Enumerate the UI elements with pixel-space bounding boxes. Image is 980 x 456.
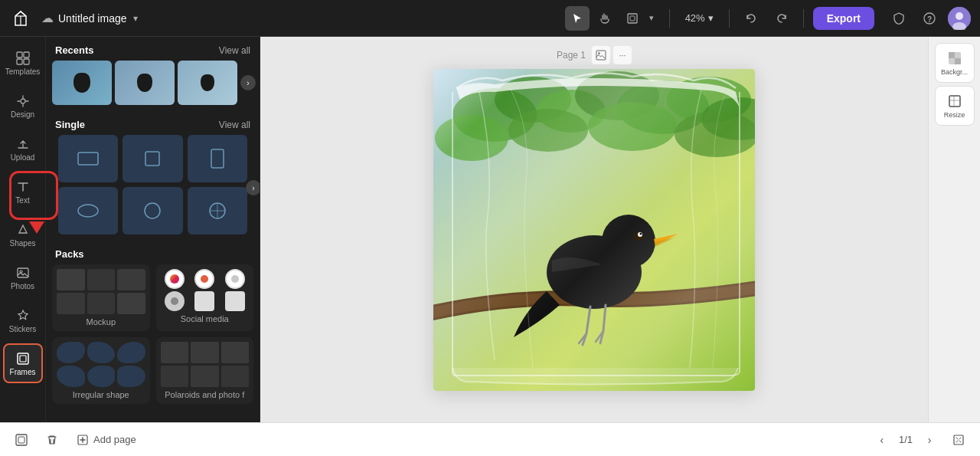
export-button[interactable]: Export — [813, 7, 874, 30]
single-view-all[interactable]: View all — [219, 120, 250, 130]
expand-button[interactable] — [946, 428, 971, 452]
recent-thumb-3[interactable] — [178, 61, 237, 105]
social-media-pack-name: Social media — [161, 314, 250, 323]
svg-rect-49 — [949, 96, 960, 107]
sidebar-label-shapes: Shapes — [10, 239, 36, 248]
redo-button[interactable] — [769, 6, 794, 31]
right-panel: Backgr... Resize — [928, 37, 980, 422]
page-count: 1/1 — [899, 434, 913, 445]
svg-point-15 — [20, 271, 22, 273]
mockup-pack[interactable]: Mockup — [52, 264, 150, 331]
page-actions: ··· — [592, 46, 632, 64]
recents-view-all[interactable]: View all — [219, 45, 250, 56]
logo-icon[interactable] — [9, 7, 32, 30]
polaroids-pack[interactable]: Polaroids and photo f — [156, 337, 254, 404]
recent-thumb-1[interactable] — [52, 61, 112, 105]
sidebar-label-design: Design — [11, 110, 34, 119]
divider — [669, 9, 670, 28]
single-frame-6[interactable] — [188, 187, 247, 235]
bottom-packs-row: Irregular shape Polaroids and photo f — [46, 337, 260, 410]
page-nav: ‹ 1/1 › — [871, 429, 940, 451]
irregular-shape-pack[interactable]: Irregular shape — [52, 337, 150, 404]
svg-point-7 — [956, 12, 963, 20]
svg-rect-51 — [18, 437, 24, 443]
document-title[interactable]: Untitled image — [58, 12, 127, 25]
sidebar-item-photos[interactable]: Photos — [3, 258, 43, 297]
divider2 — [729, 9, 730, 28]
zoom-chevron-icon: ▾ — [708, 12, 714, 24]
svg-rect-9 — [17, 52, 22, 57]
single-title: Single — [55, 119, 85, 130]
topbar-right: ? — [887, 6, 971, 31]
recents-header: Recents View all — [46, 37, 260, 61]
add-page-button[interactable]: Add page — [70, 431, 142, 449]
single-frame-1[interactable] — [58, 135, 118, 182]
sidebar-item-text[interactable]: Text — [3, 172, 43, 212]
next-page-button[interactable]: › — [919, 429, 940, 451]
single-frame-2[interactable] — [122, 135, 182, 182]
svg-rect-19 — [145, 152, 159, 166]
single-frame-5[interactable] — [122, 187, 182, 235]
sidebar-item-stickers[interactable]: Stickers — [3, 300, 43, 340]
svg-rect-50 — [16, 435, 27, 445]
canvas-frame[interactable] — [433, 69, 755, 391]
zoom-button[interactable]: 42% ▾ — [679, 9, 720, 27]
frame-thumbnail-button[interactable] — [9, 428, 34, 452]
svg-rect-53 — [954, 435, 963, 445]
svg-rect-45 — [433, 69, 755, 391]
packs-header: Packs — [46, 241, 260, 264]
shield-button[interactable] — [887, 6, 911, 31]
add-page-label: Add page — [93, 434, 136, 445]
help-button[interactable]: ? — [917, 6, 942, 31]
sidebar-label-stickers: Stickers — [9, 325, 37, 333]
divider3 — [803, 9, 804, 28]
frame-tool-chevron-icon[interactable]: ▾ — [649, 13, 654, 23]
sidebar-label-templates: Templates — [5, 67, 41, 76]
zoom-value: 42% — [685, 12, 705, 24]
page-more-button[interactable]: ··· — [613, 46, 632, 64]
single-frame-4[interactable] — [58, 187, 118, 235]
svg-rect-2 — [628, 14, 637, 23]
sidebar-item-upload[interactable]: Upload — [3, 129, 43, 169]
packs-title: Packs — [55, 248, 84, 260]
svg-rect-11 — [17, 59, 22, 64]
single-frame-3[interactable] — [188, 135, 247, 182]
sidebar-item-frames[interactable]: Frames — [3, 343, 43, 383]
panels-sidebar: Recents View all › Single — [46, 37, 260, 422]
topbar: ☁ Untitled image ▾ ▾ 42% ▾ — [0, 0, 980, 37]
recent-thumb-2[interactable] — [115, 61, 175, 105]
cloud-icon: ☁ — [41, 11, 54, 25]
frame-tool-button[interactable] — [620, 6, 645, 31]
svg-rect-3 — [630, 16, 635, 21]
bottom-bar: Add page ‹ 1/1 › — [0, 422, 980, 456]
sidebar-label-upload: Upload — [11, 153, 35, 162]
user-avatar[interactable] — [948, 7, 971, 30]
irregular-pack-name: Irregular shape — [57, 390, 145, 399]
hand-tool-button[interactable] — [593, 6, 617, 31]
social-media-pack[interactable]: Social media — [156, 264, 254, 331]
resize-label: Resize — [944, 111, 965, 119]
carousel-next-button[interactable]: › — [240, 75, 256, 90]
svg-point-21 — [78, 205, 98, 217]
resize-button[interactable]: Resize — [935, 86, 975, 126]
single-carousel-btn[interactable]: › — [246, 180, 260, 195]
sidebar-item-shapes[interactable]: Shapes — [3, 215, 43, 254]
sidebar-item-design[interactable]: Design — [3, 86, 43, 126]
sidebar-label-photos: Photos — [11, 282, 34, 290]
background-button[interactable]: Backgr... — [935, 43, 975, 83]
single-grid — [52, 135, 253, 241]
packs-row: Mockup — [46, 264, 260, 337]
prev-page-button[interactable]: ‹ — [871, 429, 893, 451]
svg-rect-17 — [20, 356, 26, 362]
svg-point-27 — [598, 52, 599, 54]
polaroids-pack-name: Polaroids and photo f — [161, 390, 250, 399]
title-chevron-icon[interactable]: ▾ — [133, 13, 138, 24]
delete-button[interactable] — [40, 428, 64, 452]
undo-button[interactable] — [739, 6, 763, 31]
page-label: Page 1 ··· — [557, 46, 632, 64]
svg-rect-10 — [24, 52, 29, 57]
sidebar-item-templates[interactable]: Templates — [3, 43, 43, 83]
select-tool-button[interactable] — [565, 6, 590, 31]
sidebar-label-text: Text — [15, 196, 29, 205]
page-image-button[interactable] — [592, 46, 610, 64]
